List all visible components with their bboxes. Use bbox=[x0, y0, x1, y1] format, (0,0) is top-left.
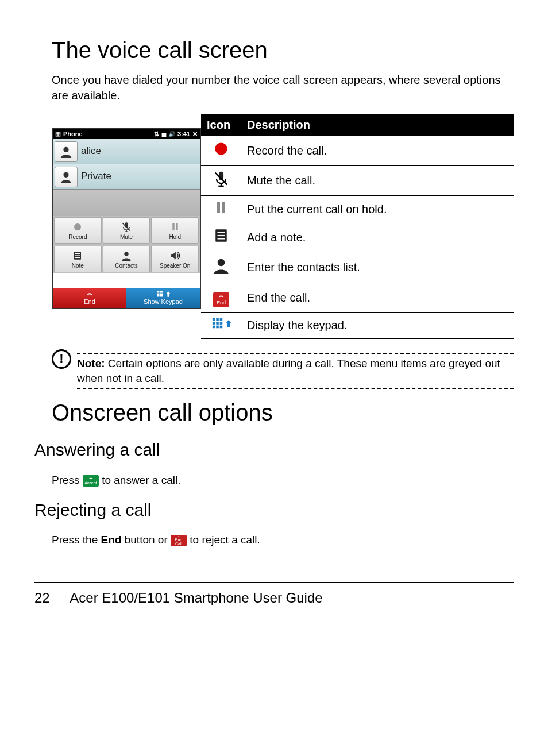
section-heading: Onscreen call options bbox=[52, 397, 514, 428]
contacts-icon bbox=[121, 249, 132, 262]
end-call-icon: End bbox=[201, 283, 241, 313]
speaker-button[interactable]: Speaker On bbox=[151, 246, 199, 272]
show-keypad-button[interactable]: Show Keypad bbox=[126, 288, 200, 308]
page-number: 22 bbox=[34, 589, 67, 607]
row-desc: Add a note. bbox=[241, 223, 514, 252]
status-time: 3:41 bbox=[177, 130, 190, 138]
hold-label: Hold bbox=[169, 233, 181, 241]
call-entry-1[interactable]: alice bbox=[53, 139, 200, 164]
mute-icon bbox=[121, 221, 132, 233]
subheading-rejecting: Rejecting a call bbox=[34, 499, 514, 522]
accept-icon: Accept bbox=[83, 475, 99, 487]
page-heading: The voice call screen bbox=[52, 34, 514, 65]
intro-paragraph: Once you have dialed your number the voi… bbox=[52, 72, 514, 103]
svg-point-21 bbox=[215, 143, 227, 155]
alert-icon: ! bbox=[52, 349, 71, 369]
note-body: Certain options are only available durin… bbox=[77, 357, 500, 384]
hold-icon bbox=[201, 196, 241, 223]
accept-badge-label: Accept bbox=[84, 481, 97, 485]
end-badge-label: End bbox=[217, 299, 226, 306]
mute-button[interactable]: Mute bbox=[103, 217, 150, 244]
row-desc: Display the keypad. bbox=[241, 313, 514, 339]
table-row: Enter the contacts list. bbox=[201, 252, 514, 283]
rejecting-body: Press the End button or End Call to reje… bbox=[52, 533, 514, 547]
svg-point-20 bbox=[74, 223, 81, 230]
text-pre: Press the bbox=[52, 534, 101, 546]
phone-gap bbox=[53, 273, 200, 288]
end-word: End bbox=[101, 534, 122, 546]
subheading-answering: Answering a call bbox=[34, 438, 514, 462]
text-mid: button or bbox=[125, 534, 171, 546]
row-desc: Mute the call. bbox=[241, 166, 514, 196]
text-post: to answer a call. bbox=[102, 474, 180, 486]
answering-body: Press Accept to answer a call. bbox=[52, 473, 514, 488]
table-row: Display the keypad. bbox=[201, 313, 514, 339]
phone-statusbar: Phone 3:41 bbox=[53, 129, 200, 139]
status-title: Phone bbox=[63, 130, 83, 138]
text-post: to reject a call. bbox=[190, 534, 260, 546]
icon-description-table: Icon Description Record the call. Mute t… bbox=[201, 114, 514, 339]
caller-name: alice bbox=[81, 145, 101, 158]
dashed-rule-top bbox=[77, 353, 514, 354]
note-button[interactable]: Note bbox=[54, 246, 102, 272]
contacts-icon bbox=[201, 252, 241, 283]
mute-label: Mute bbox=[120, 233, 133, 241]
hold-button[interactable]: Hold bbox=[151, 217, 199, 244]
note-block: ! Note: Certain options are only availab… bbox=[52, 353, 514, 389]
call-empty-area bbox=[53, 190, 200, 216]
keypad-icon bbox=[156, 291, 171, 298]
contacts-button[interactable]: Contacts bbox=[103, 246, 150, 272]
speaker-label: Speaker On bbox=[160, 262, 190, 270]
data-icon bbox=[154, 130, 159, 138]
call-entry-2[interactable]: Private bbox=[53, 164, 200, 190]
mute-icon bbox=[201, 166, 241, 196]
row-desc: End the call. bbox=[241, 283, 514, 313]
hangup-icon bbox=[84, 291, 95, 298]
footer-title: Acer E100/E101 Smartphone User Guide bbox=[70, 590, 322, 605]
contacts-label: Contacts bbox=[115, 262, 137, 270]
note-icon bbox=[201, 223, 241, 252]
record-icon bbox=[72, 221, 83, 233]
close-icon[interactable] bbox=[192, 130, 198, 138]
note-icon bbox=[73, 249, 82, 262]
signal-icon bbox=[161, 130, 166, 138]
show-keypad-label: Show Keypad bbox=[144, 298, 183, 306]
th-icon: Icon bbox=[201, 114, 241, 136]
volume-icon bbox=[168, 130, 175, 138]
record-icon bbox=[201, 136, 241, 166]
phone-screenshot: Phone 3:41 alice Private bbox=[52, 128, 201, 309]
dashed-rule-bottom bbox=[77, 388, 514, 389]
table-row: Record the call. bbox=[201, 136, 514, 166]
hold-icon bbox=[171, 221, 180, 233]
endcall-badge-label: End Call bbox=[172, 538, 186, 546]
keypad-icon bbox=[201, 313, 241, 339]
note-label: Note: bbox=[77, 357, 105, 369]
table-row: Add a note. bbox=[201, 223, 514, 252]
caller-name: Private bbox=[81, 170, 111, 183]
table-row: Put the current call on hold. bbox=[201, 196, 514, 223]
page-footer: 22 Acer E100/E101 Smartphone User Guide bbox=[34, 582, 514, 607]
avatar-icon bbox=[55, 167, 78, 187]
speaker-icon bbox=[170, 249, 180, 262]
windows-icon bbox=[55, 129, 61, 138]
row-desc: Enter the contacts list. bbox=[241, 252, 514, 283]
record-label: Record bbox=[68, 233, 87, 241]
th-description: Description bbox=[241, 114, 514, 136]
text-pre: Press bbox=[52, 474, 83, 486]
avatar-icon bbox=[55, 141, 78, 162]
end-label: End bbox=[84, 298, 95, 306]
endcall-icon: End Call bbox=[171, 535, 187, 546]
table-row: Mute the call. bbox=[201, 166, 514, 196]
note-label: Note bbox=[72, 262, 84, 270]
end-call-button[interactable]: End bbox=[53, 288, 126, 308]
record-button[interactable]: Record bbox=[54, 217, 102, 244]
table-row: End End the call. bbox=[201, 283, 514, 313]
row-desc: Record the call. bbox=[241, 136, 514, 166]
row-desc: Put the current call on hold. bbox=[241, 196, 514, 223]
